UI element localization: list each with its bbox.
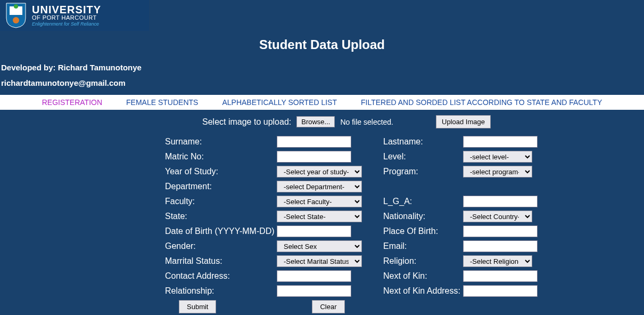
relationship-label: Relationship:: [165, 286, 277, 296]
marital-label: Marrital Status:: [165, 256, 277, 266]
state-label: State:: [165, 212, 277, 221]
nationality-select[interactable]: -Select Country-: [463, 211, 532, 222]
upload-label: Select image to upload:: [202, 117, 291, 127]
matric-label: Matric No:: [165, 152, 277, 161]
surname-label: Surname:: [165, 137, 277, 147]
level-select[interactable]: -select level-: [463, 151, 532, 163]
clear-button[interactable]: Clear: [312, 300, 344, 313]
nav-bar: REGISTERATION FEMALE STUDENTS ALPHABETIC…: [0, 95, 644, 110]
upload-row: Select image to upload: Browse... No fil…: [0, 110, 644, 136]
lastname-label: Lastname:: [383, 137, 463, 147]
faculty-label: Faculty:: [165, 197, 277, 206]
religion-select[interactable]: -Select Religion-: [463, 255, 532, 267]
no-file-text: No file selected.: [340, 118, 393, 126]
university-logo-icon: [5, 2, 27, 29]
gender-select[interactable]: Select Sex: [277, 240, 362, 252]
nav-alpha-sorted[interactable]: ALPHABETICALLY SORTED LIST: [222, 98, 337, 107]
logo-subtitle: OF PORT HARCOURT: [32, 15, 101, 21]
gender-label: Gender:: [165, 241, 277, 251]
dob-input[interactable]: [277, 225, 351, 237]
form-area: Surname: Lastname: Matric No: Level: -se…: [0, 136, 644, 297]
nationality-label: Nationality:: [383, 212, 463, 221]
faculty-select[interactable]: -Select Faculty-: [277, 196, 362, 207]
page-title: Student Data Upload: [0, 37, 644, 52]
developer-email: richardtamunotonye@gmail.com: [0, 77, 644, 95]
dob-label: Date of Birth (YYYY-MM-DD): [165, 227, 277, 236]
contact-label: Contact Address:: [165, 271, 277, 281]
logo-bar: UNIVERSITY OF PORT HARCOURT Enlightenmen…: [0, 0, 149, 31]
svg-point-1: [13, 17, 19, 23]
lga-label: L_G_A:: [383, 197, 463, 206]
matric-input[interactable]: [277, 151, 351, 163]
nav-registration[interactable]: REGISTERATION: [42, 98, 102, 107]
logo-tagline: Enlightenment for Self Reliance: [32, 22, 101, 27]
department-label: Department:: [165, 182, 277, 191]
nok-addr-input[interactable]: [463, 285, 538, 297]
submit-button[interactable]: Submit: [179, 300, 216, 313]
developer-line: Developed by: Richard Tamunotonye: [0, 62, 644, 77]
year-select[interactable]: -Select year of study-: [277, 166, 362, 177]
nav-female-students[interactable]: FEMALE STUDENTS: [126, 98, 198, 107]
nok-input[interactable]: [463, 270, 538, 282]
upload-image-button[interactable]: Upload Image: [436, 115, 491, 128]
religion-label: Religion:: [383, 256, 463, 266]
nav-filtered-sorted[interactable]: FILTERED AND SORDED LIST ACCORDING TO ST…: [361, 98, 602, 107]
email-input[interactable]: [463, 240, 538, 252]
year-label: Year of Study:: [165, 167, 277, 176]
state-select[interactable]: -Select State-: [277, 211, 362, 222]
relationship-input[interactable]: [277, 285, 351, 297]
svg-point-2: [14, 4, 18, 9]
email-label: Email:: [383, 241, 463, 251]
level-label: Level:: [383, 152, 463, 161]
department-select[interactable]: -select Department-: [277, 181, 362, 192]
pob-label: Place Of Birth:: [383, 227, 463, 236]
nok-addr-label: Next of Kin Address:: [383, 286, 463, 296]
pob-input[interactable]: [463, 225, 538, 237]
lga-input[interactable]: [463, 196, 538, 207]
button-row: Submit Clear: [0, 300, 644, 313]
marital-select[interactable]: -Select Marital Status-: [277, 255, 362, 267]
browse-button[interactable]: Browse...: [296, 116, 335, 127]
contact-input[interactable]: [277, 270, 351, 282]
surname-input[interactable]: [277, 136, 351, 148]
nok-label: Next of Kin:: [383, 271, 463, 281]
program-label: Program:: [383, 167, 463, 176]
program-select[interactable]: -select program-: [463, 166, 532, 177]
lastname-input[interactable]: [463, 136, 538, 148]
logo-university: UNIVERSITY: [32, 4, 101, 15]
